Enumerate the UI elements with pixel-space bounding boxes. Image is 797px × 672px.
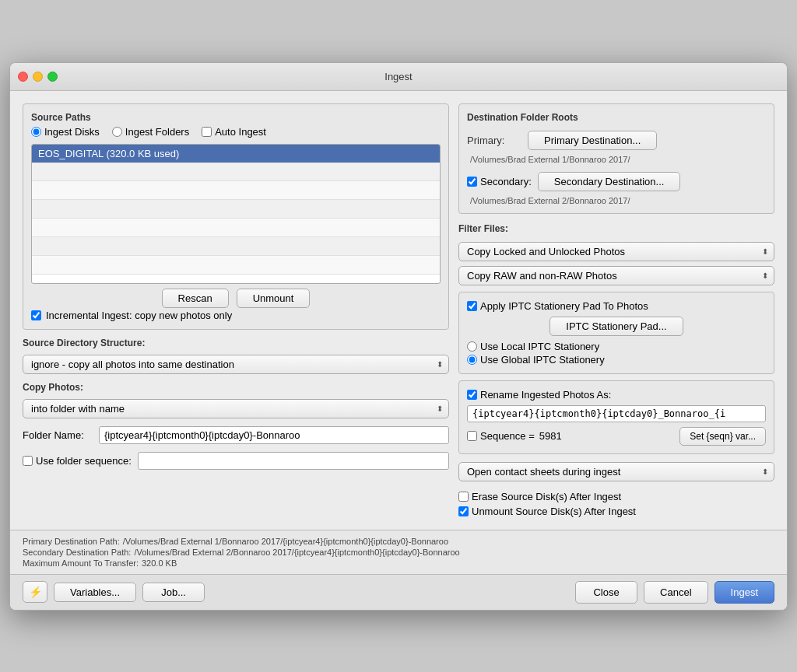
copy-photos-label: Copy Photos: (23, 382, 449, 393)
iptc-pad-button[interactable]: IPTC Stationery Pad... (549, 317, 683, 336)
bottom-bar-right: Close Cancel Ingest (575, 581, 774, 604)
traffic-lights (18, 72, 58, 82)
copy-photos-select-wrapper: into folder with name (23, 399, 449, 418)
cancel-button[interactable]: Cancel (644, 581, 707, 604)
disk-item-empty-2 (32, 181, 440, 200)
secondary-path-info-label: Secondary Destination Path: (23, 548, 131, 557)
auto-ingest-option[interactable]: Auto Ingest (202, 126, 266, 138)
rename-input[interactable] (467, 405, 766, 422)
lightning-button[interactable]: ⚡ (23, 581, 47, 603)
apply-iptc-checkbox[interactable] (467, 301, 477, 311)
disk-item-empty-5 (32, 237, 440, 256)
secondary-dest-row: Secondary: Secondary Destination... (467, 172, 766, 191)
local-iptc-radio[interactable] (467, 341, 477, 352)
source-dir-select-wrapper: ignore - copy all photos into same desti… (23, 355, 449, 374)
ingest-folders-radio[interactable] (112, 127, 122, 137)
filter-select-2[interactable]: Copy RAW and non-RAW Photos (458, 266, 774, 285)
set-seqn-button[interactable]: Set {seqn} var... (679, 427, 766, 446)
incremental-checkbox-label[interactable]: Incremental Ingest: copy new photos only (31, 310, 441, 321)
close-button-bottom[interactable]: Close (575, 581, 637, 604)
local-iptc-label[interactable]: Use Local IPTC Stationery (467, 341, 766, 352)
contact-sheet-row: Open contact sheets during ingest (458, 462, 774, 481)
global-iptc-radio[interactable] (467, 355, 477, 365)
global-iptc-label[interactable]: Use Global IPTC Stationery (467, 354, 766, 366)
unmount-button[interactable]: Unmount (237, 289, 311, 308)
primary-path-info-label: Primary Destination Path: (23, 537, 120, 546)
maximize-button[interactable] (47, 72, 58, 82)
source-dir-select[interactable]: ignore - copy all photos into same desti… (23, 355, 449, 374)
folder-seq-checkbox-label[interactable]: Use folder sequence: (23, 455, 132, 467)
disk-item-empty-6 (32, 256, 440, 275)
copy-photos-group: Copy Photos: into folder with name (23, 382, 449, 418)
close-button[interactable] (18, 72, 28, 82)
unmount-source-checkbox[interactable] (458, 506, 469, 516)
max-transfer-value: 320.0 KB (142, 558, 177, 568)
main-content: Source Paths Ingest Disks Ingest Folders… (10, 91, 787, 530)
auto-ingest-checkbox[interactable] (202, 127, 212, 137)
secondary-path-info-row: Secondary Destination Path: /Volumes/Bra… (23, 548, 774, 557)
ingest-disks-radio[interactable] (31, 127, 41, 137)
filter-select-1[interactable]: Copy Locked and Unlocked Photos (458, 242, 774, 261)
apply-iptc-label[interactable]: Apply IPTC Stationery Pad To Photos (467, 300, 766, 312)
filter-section: Filter Files: Copy Locked and Unlocked P… (458, 223, 774, 285)
secondary-checkbox-label[interactable]: Secondary: (467, 176, 532, 187)
folder-name-row: Folder Name: (23, 426, 449, 444)
filter-files-label: Filter Files: (458, 223, 774, 234)
source-paths-box: Source Paths Ingest Disks Ingest Folders… (23, 103, 449, 330)
folder-name-label: Folder Name: (23, 429, 93, 441)
secondary-path: /Volumes/Brad External 2/Bonnaroo 2017/ (467, 196, 766, 205)
erase-source-checkbox[interactable] (458, 492, 469, 502)
primary-path-info-row: Primary Destination Path: /Volumes/Brad … (23, 537, 774, 546)
primary-dest-row: Primary: Primary Destination... (467, 131, 766, 150)
max-transfer-label: Maximum Amount To Transfer: (23, 558, 139, 568)
rescan-button[interactable]: Rescan (162, 289, 229, 308)
main-window: Ingest Source Paths Ingest Disks Ingest … (9, 62, 788, 611)
incremental-checkbox[interactable] (31, 310, 41, 320)
folder-seq-checkbox[interactable] (23, 456, 33, 466)
disk-item-empty-4 (32, 219, 440, 237)
bottom-checkboxes: Erase Source Disk(s) After Ingest Unmoun… (458, 491, 774, 517)
dest-folder-roots-label: Destination Folder Roots (467, 112, 766, 123)
disk-item-empty-1 (32, 163, 440, 181)
folder-seq-input[interactable] (138, 452, 449, 470)
rename-section: Rename Ingested Photos As: Sequence = 59… (458, 380, 774, 454)
source-dir-label: Source Directory Structure: (23, 338, 449, 348)
primary-path: /Volumes/Brad External 1/Bonnaroo 2017/ (467, 155, 766, 164)
folder-name-input[interactable] (99, 426, 449, 444)
ingest-disks-option[interactable]: Ingest Disks (31, 126, 100, 138)
source-dir-group: Source Directory Structure: ignore - cop… (23, 338, 449, 374)
bottom-bar: ⚡ Variables... Job... Close Cancel Inges… (10, 574, 787, 610)
minimize-button[interactable] (33, 72, 43, 82)
dest-folder-roots: Destination Folder Roots Primary: Primar… (458, 103, 774, 214)
disk-item-selected[interactable]: EOS_DIGITAL (320.0 KB used) (32, 145, 440, 163)
erase-source-label[interactable]: Erase Source Disk(s) After Ingest (458, 491, 774, 502)
job-button[interactable]: Job... (142, 583, 205, 602)
seq-row: Sequence = 5981 Set {seqn} var... (467, 427, 766, 446)
contact-sheet-select[interactable]: Open contact sheets during ingest (458, 462, 774, 481)
secondary-path-info-value: /Volumes/Brad External 2/Bonnaroo 2017/{… (134, 548, 459, 557)
ingest-folders-option[interactable]: Ingest Folders (112, 126, 189, 138)
secondary-dest-button[interactable]: Secondary Destination... (538, 172, 681, 191)
iptc-radio-group: Use Local IPTC Stationery Use Global IPT… (467, 341, 766, 366)
iptc-section: Apply IPTC Stationery Pad To Photos IPTC… (458, 292, 774, 374)
seq-checkbox[interactable] (467, 431, 477, 441)
disk-btn-row: Rescan Unmount (31, 289, 441, 308)
left-panel: Source Paths Ingest Disks Ingest Folders… (23, 103, 449, 517)
variables-button[interactable]: Variables... (54, 583, 136, 602)
primary-dest-button[interactable]: Primary Destination... (528, 131, 657, 150)
seq-checkbox-label[interactable]: Sequence = 5981 (467, 430, 562, 442)
disk-item-empty-3 (32, 200, 440, 219)
lightning-icon: ⚡ (29, 586, 42, 598)
window-title: Ingest (384, 71, 412, 82)
ingest-button[interactable]: Ingest (714, 581, 774, 604)
unmount-source-label[interactable]: Unmount Source Disk(s) After Ingest (458, 506, 774, 517)
primary-path-info-value: /Volumes/Brad External 1/Bonnaroo 2017/{… (123, 537, 448, 546)
filter-select2-wrapper: Copy RAW and non-RAW Photos (458, 266, 774, 285)
rename-checkbox[interactable] (467, 390, 477, 400)
disk-list[interactable]: EOS_DIGITAL (320.0 KB used) (31, 144, 441, 284)
copy-photos-select[interactable]: into folder with name (23, 399, 449, 418)
rename-label[interactable]: Rename Ingested Photos As: (467, 389, 766, 401)
right-panel: Destination Folder Roots Primary: Primar… (458, 103, 774, 517)
bottom-info: Primary Destination Path: /Volumes/Brad … (10, 530, 787, 574)
secondary-checkbox[interactable] (467, 177, 477, 187)
